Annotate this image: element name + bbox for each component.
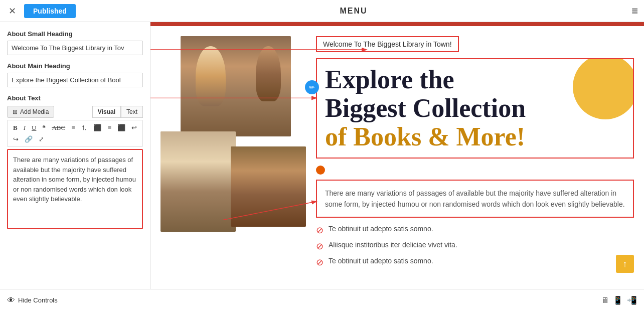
underline-button[interactable]: U	[29, 123, 39, 133]
image-bottom-right	[231, 146, 306, 227]
small-heading-label: About Small Heading	[7, 30, 143, 38]
italic-button[interactable]: I	[21, 123, 28, 133]
top-stripe	[150, 22, 644, 26]
bullet-item-2: ⊘ Aliisque institoribus iter deliciae vi…	[316, 241, 634, 252]
undo-button[interactable]: ↩	[129, 123, 139, 133]
top-bar: ✕ Published MENU ≡	[0, 0, 644, 22]
edit-pencil-icon[interactable]: ✏	[305, 80, 319, 94]
main-heading-display: Explore the Biggest Collection of Books …	[316, 58, 634, 159]
blockquote-button[interactable]: ❝	[40, 123, 48, 133]
eye-icon: 👁	[7, 296, 15, 305]
format-toolbar: B I U ❝ ABC ≡ ⒈ ⬛ ≡ ⬛ ↩ ↪ 🔗 ⤢	[7, 120, 143, 147]
main-heading-input[interactable]	[7, 73, 143, 87]
bullet-item-1: ⊘ Te obtinuit ut adepto satis somno.	[316, 225, 634, 236]
ordered-list-button[interactable]: ⒈	[78, 122, 90, 133]
image-top	[181, 36, 291, 136]
check-icon-1: ⊘	[316, 225, 324, 236]
published-button[interactable]: Published	[24, 4, 76, 18]
top-bar-left: ✕ Published	[6, 4, 76, 18]
hamburger-icon[interactable]: ≡	[631, 5, 638, 18]
mobile-icon[interactable]: 📲	[627, 295, 637, 305]
small-heading-display: Welcome To The Biggest Library in Town!	[316, 36, 459, 52]
check-icon-3: ⊘	[316, 257, 324, 268]
orange-dot-decoration	[316, 166, 325, 175]
bold-button[interactable]: B	[11, 123, 20, 133]
small-heading-input[interactable]	[7, 41, 143, 55]
image-collage	[160, 36, 306, 237]
strikethrough-button[interactable]: ABC	[49, 123, 68, 133]
bullet-text-2: Aliisque institoribus iter deliciae vive…	[329, 241, 457, 249]
bullet-list: ⊘ Te obtinuit ut adepto satis somno. ⊘ A…	[316, 225, 634, 268]
bottom-controls-bar: 👁 Hide Controls 🖥 📱 📲	[0, 289, 644, 311]
right-panel: ✏ Welcome To The Biggest Library in Town…	[150, 22, 644, 289]
align-left-button[interactable]: ⬛	[91, 123, 104, 133]
bullet-item-3: ⊘ Te obtinuit ut adepto satis somno.	[316, 257, 634, 268]
close-button[interactable]: ✕	[6, 5, 18, 17]
body-text-editor[interactable]: There are many variations of passages of…	[7, 149, 143, 229]
unordered-list-button[interactable]: ≡	[69, 123, 77, 133]
left-panel: About Small Heading About Main Heading A…	[0, 22, 150, 289]
about-text-label: About Text	[7, 94, 143, 102]
heading-line2: Biggest Collection	[325, 94, 526, 122]
add-media-icon: ⊞	[13, 108, 18, 115]
visual-text-tabs: Visual Text	[92, 106, 143, 118]
main-heading-text: Explore the Biggest Collection of Books …	[325, 65, 625, 151]
bullet-text-1: Te obtinuit ut adepto satis somno.	[329, 225, 433, 233]
tablet-icon[interactable]: 📱	[613, 295, 623, 305]
menu-label: MENU	[340, 7, 367, 16]
yellow-scroll-button[interactable]: ↑	[616, 255, 634, 273]
editor-toolbar-row: ⊞ Add Media Visual Text	[7, 106, 143, 118]
visual-tab[interactable]: Visual	[92, 106, 121, 118]
add-media-label: Add Media	[20, 108, 49, 115]
main-heading-label: About Main Heading	[7, 62, 143, 70]
desktop-icon[interactable]: 🖥	[601, 295, 609, 305]
fullscreen-button[interactable]: ⤢	[36, 134, 47, 144]
align-right-button[interactable]: ⬛	[115, 123, 128, 133]
bullet-text-3: Te obtinuit ut adepto satis somno.	[329, 257, 433, 265]
link-button[interactable]: 🔗	[22, 134, 35, 144]
add-media-button[interactable]: ⊞ Add Media	[7, 106, 54, 118]
body-text-display: There are many variations of passages of…	[316, 180, 634, 218]
check-icon-2: ⊘	[316, 241, 324, 252]
content-area: ✏ Welcome To The Biggest Library in Town…	[150, 26, 644, 283]
text-content: Welcome To The Biggest Library in Town! …	[316, 36, 634, 273]
text-tab[interactable]: Text	[121, 106, 143, 118]
hide-controls-label: Hide Controls	[18, 296, 58, 304]
image-bottom-left	[160, 131, 236, 232]
redo-button[interactable]: ↪	[11, 134, 21, 144]
heading-line1: Explore the	[325, 65, 454, 94]
device-icons: 🖥 📱 📲	[601, 295, 637, 305]
main-layout: About Small Heading About Main Heading A…	[0, 22, 644, 289]
heading-line3: of Books & More!	[325, 122, 525, 151]
align-center-button[interactable]: ≡	[105, 123, 113, 133]
hide-controls-button[interactable]: 👁 Hide Controls	[7, 296, 58, 305]
